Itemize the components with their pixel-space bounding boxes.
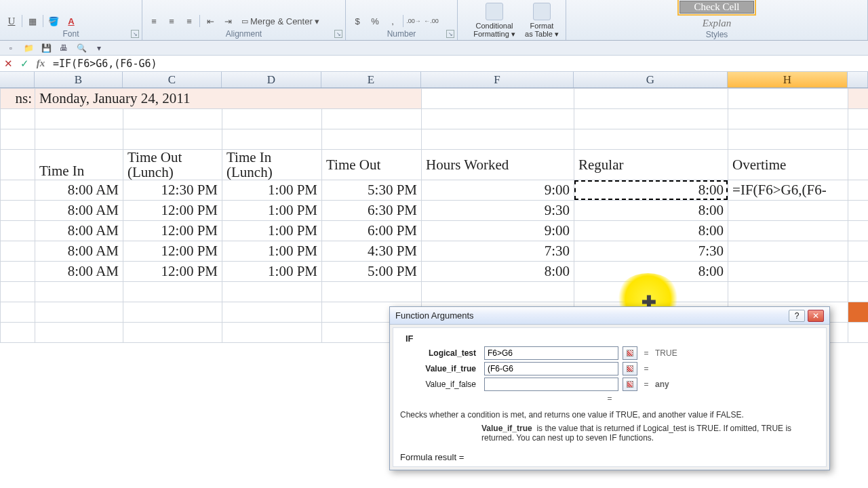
merge-center-button[interactable]: ▭ Merge & Center ▾: [238, 14, 323, 28]
open-icon[interactable]: 📁: [22, 42, 35, 54]
conditional-formatting-button[interactable]: ConditionalFormatting ▾: [471, 1, 518, 38]
ribbon: U ▦ 🪣 A Font ↘ ≡ ≡ ≡ ⇤ ⇥ ▭ Merge & Cente…: [0, 0, 868, 41]
ribbon-label-styles: Styles: [566, 30, 867, 39]
arg-label: Logical_test: [400, 348, 480, 358]
data-row[interactable]: 8:00 AM 12:30 PM 1:00 PM 5:30 PM 9:00 8:…: [1, 180, 869, 201]
close-button[interactable]: ✕: [808, 310, 824, 322]
quick-access-toolbar: ▫ 📁 💾 🖶 🔍 ▾: [0, 41, 868, 56]
arg-input-value-if-false[interactable]: [484, 378, 618, 391]
column-headers: B C D E F G H: [0, 72, 868, 88]
spreadsheet-grid[interactable]: B C D E F G H ns: Monday, January 24, 20…: [0, 72, 868, 343]
arg-label: Value_if_true: [400, 364, 480, 373]
ribbon-label-font: Font: [0, 29, 142, 39]
selected-marquee-cell[interactable]: 8:00: [574, 180, 728, 201]
sheet-table[interactable]: ns: Monday, January 24, 2011 Time In Tim…: [0, 88, 868, 343]
colhead-e[interactable]: E: [321, 72, 421, 87]
comma-icon[interactable]: ,: [385, 14, 400, 28]
colhead-rest[interactable]: [848, 72, 868, 87]
confirm-icon[interactable]: ✓: [16, 56, 33, 71]
underline-icon[interactable]: U: [4, 14, 19, 28]
align-center-icon[interactable]: ≡: [164, 14, 179, 28]
arg-value-if-false: Value_if_false = any: [400, 378, 819, 391]
ribbon-group-number: $ % , .00→ ←.00 Number ↘: [346, 0, 458, 40]
formula-input[interactable]: [49, 56, 868, 71]
expand-icon[interactable]: ↘: [334, 30, 342, 38]
ribbon-label-alignment: Alignment: [142, 29, 345, 39]
header-time-in: Time In: [35, 150, 123, 180]
format-as-table-icon: [533, 3, 551, 20]
help-button[interactable]: ?: [789, 310, 805, 322]
currency-icon[interactable]: $: [350, 14, 365, 28]
colhead-h[interactable]: H: [728, 72, 848, 87]
align-left-icon[interactable]: ≡: [146, 14, 161, 28]
font-color-icon[interactable]: A: [64, 14, 79, 28]
chevron-down-icon: ▾: [315, 16, 319, 26]
function-name: IF: [400, 333, 819, 344]
expand-icon[interactable]: ↘: [446, 30, 454, 38]
dialog-body: IF Logical_test = TRUE Value_if_true = V…: [393, 327, 827, 467]
fill-color-icon[interactable]: 🪣: [46, 14, 61, 28]
blank-row[interactable]: [1, 109, 869, 129]
cancel-icon[interactable]: ✕: [0, 56, 16, 71]
dialog-titlebar[interactable]: Function Arguments ? ✕: [390, 307, 829, 325]
header-time-in-lunch: Time In (Lunch): [222, 150, 322, 180]
decrease-indent-icon[interactable]: ⇤: [203, 14, 218, 28]
range-picker-button[interactable]: [623, 346, 637, 360]
blank-row[interactable]: [1, 129, 869, 150]
range-picker-button[interactable]: [623, 378, 637, 391]
increase-decimal-icon[interactable]: .00→: [406, 14, 421, 28]
data-row[interactable]: 8:00 AM 12:00 PM 1:00 PM 6:00 PM 9:00 8:…: [1, 221, 869, 241]
style-check-cell[interactable]: Check Cell: [679, 1, 754, 14]
print-icon[interactable]: 🖶: [57, 42, 71, 54]
function-description: Checks whether a condition is met, and r…: [400, 410, 819, 420]
arg-value-if-true: Value_if_true =: [400, 362, 819, 375]
increase-indent-icon[interactable]: ⇥: [220, 14, 235, 28]
function-arguments-dialog[interactable]: Function Arguments ? ✕ IF Logical_test =…: [389, 306, 830, 470]
date-row[interactable]: ns: Monday, January 24, 2011: [1, 89, 869, 109]
header-hours-worked: Hours Worked: [422, 150, 574, 180]
dropdown-icon[interactable]: ▾: [92, 42, 106, 54]
format-as-table-button[interactable]: Formatas Table ▾: [518, 1, 566, 38]
arg-input-value-if-true[interactable]: [484, 362, 618, 375]
divider: [43, 15, 43, 27]
divider: [22, 15, 22, 27]
equals-sep: =: [400, 394, 819, 403]
range-picker-button[interactable]: [623, 362, 637, 375]
arg-input-logical-test[interactable]: [484, 346, 618, 360]
editing-cell[interactable]: =IF(F6>G6,(F6-: [728, 180, 848, 201]
colhead-b[interactable]: B: [35, 72, 123, 87]
divider: [403, 15, 403, 27]
colhead-d[interactable]: D: [222, 72, 321, 87]
border-icon[interactable]: ▦: [25, 14, 40, 28]
percent-icon[interactable]: %: [368, 14, 382, 28]
arg-label: Value_if_false: [400, 380, 480, 389]
new-icon[interactable]: ▫: [4, 42, 18, 54]
data-row[interactable]: 8:00 AM 12:00 PM 1:00 PM 6:30 PM 9:30 8:…: [1, 201, 869, 221]
dialog-title: Function Arguments: [395, 310, 474, 321]
colhead-c[interactable]: C: [123, 72, 222, 87]
header-row[interactable]: Time In Time Out (Lunch) Time In (Lunch)…: [1, 150, 869, 180]
colhead-a[interactable]: [0, 72, 35, 87]
data-row[interactable]: 8:00 AM 12:00 PM 1:00 PM 5:00 PM 8:00 8:…: [1, 262, 869, 282]
save-icon[interactable]: 💾: [39, 42, 53, 54]
ribbon-group-styles: Neutral Calculation Check Cell Explan St…: [566, 0, 868, 40]
align-right-icon[interactable]: ≡: [182, 14, 197, 28]
preview-icon[interactable]: 🔍: [75, 42, 88, 54]
argument-help: Value_if_true is the value that is retur…: [400, 424, 819, 443]
style-explanatory[interactable]: Explan: [679, 18, 754, 29]
colhead-f[interactable]: F: [421, 72, 574, 87]
decrease-decimal-icon[interactable]: ←.00: [424, 14, 439, 28]
formula-bar: ✕ ✓ fx: [0, 56, 868, 72]
date-value: Monday, January 24, 2011: [35, 89, 422, 109]
fx-icon[interactable]: fx: [33, 56, 49, 71]
ribbon-group-table-styles: ConditionalFormatting ▾ Formatas Table ▾: [458, 0, 566, 40]
header-overtime: Overtime: [728, 150, 848, 180]
data-row[interactable]: 8:00 AM 12:00 PM 1:00 PM 4:30 PM 7:30 7:…: [1, 241, 869, 262]
blank-row[interactable]: [1, 282, 869, 302]
colhead-g[interactable]: G: [574, 72, 728, 87]
arg-logical-test: Logical_test = TRUE: [400, 346, 819, 360]
date-row-prefix: ns:: [1, 89, 35, 109]
ribbon-group-alignment: ≡ ≡ ≡ ⇤ ⇥ ▭ Merge & Center ▾ Alignment ↘: [142, 0, 346, 40]
expand-icon[interactable]: ↘: [131, 30, 139, 38]
merge-center-label: Merge & Center: [250, 16, 313, 26]
